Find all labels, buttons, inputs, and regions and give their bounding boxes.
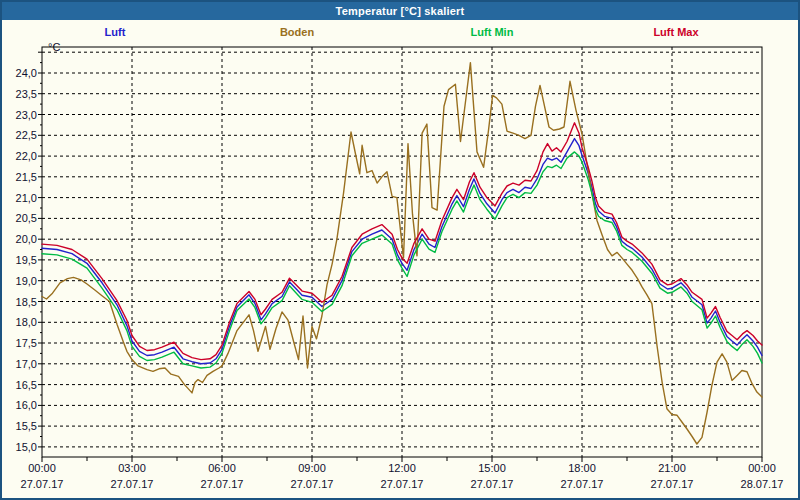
x-tick-time-label: 09:00 xyxy=(298,462,326,474)
x-tick-date-label: 27.07.17 xyxy=(201,478,244,490)
x-tick-time-label: 00:00 xyxy=(748,462,776,474)
x-tick-date-label: 27.07.17 xyxy=(381,478,424,490)
x-tick-date-label: 27.07.17 xyxy=(561,478,604,490)
y-tick-label: 20,0 xyxy=(16,233,37,245)
x-tick-time-label: 12:00 xyxy=(388,462,416,474)
x-tick-time-label: 21:00 xyxy=(658,462,686,474)
x-tick-date-label: 28.07.17 xyxy=(741,478,784,490)
y-tick-label: 16,5 xyxy=(16,379,37,391)
y-tick-label: 21,0 xyxy=(16,192,37,204)
x-tick-date-label: 27.07.17 xyxy=(21,478,64,490)
y-tick-label: 18,5 xyxy=(16,296,37,308)
x-tick-time-label: 00:00 xyxy=(28,462,56,474)
x-tick-time-label: 03:00 xyxy=(118,462,146,474)
y-tick-label: 22,0 xyxy=(16,150,37,162)
x-tick-time-label: 18:00 xyxy=(568,462,596,474)
x-tick-date-label: 27.07.17 xyxy=(471,478,514,490)
temperature-chart: 24,023,523,022,522,021,521,020,520,019,5… xyxy=(2,2,800,500)
y-tick-label: 22,5 xyxy=(16,129,37,141)
y-tick-label: 23,5 xyxy=(16,88,37,100)
x-tick-time-label: 15:00 xyxy=(478,462,506,474)
x-tick-date-label: 27.07.17 xyxy=(291,478,334,490)
y-tick-label: 16,0 xyxy=(16,399,37,411)
y-tick-label: 19,0 xyxy=(16,275,37,287)
y-tick-label: 20,5 xyxy=(16,212,37,224)
y-tick-label: 23,0 xyxy=(16,109,37,121)
y-tick-label: 21,5 xyxy=(16,171,37,183)
y-tick-label: 17,5 xyxy=(16,337,37,349)
y-tick-label: 17,0 xyxy=(16,358,37,370)
x-tick-date-label: 27.07.17 xyxy=(111,478,154,490)
y-tick-label: 15,5 xyxy=(16,420,37,432)
y-tick-label: 19,5 xyxy=(16,254,37,266)
y-tick-label: 24,0 xyxy=(16,67,37,79)
y-tick-label: 18,0 xyxy=(16,316,37,328)
x-tick-time-label: 06:00 xyxy=(208,462,236,474)
x-tick-date-label: 27.07.17 xyxy=(651,478,694,490)
y-tick-label: 15,0 xyxy=(16,441,37,453)
app-window: Temperatur [°C] skaliert Luft Boden Luft… xyxy=(0,0,800,500)
